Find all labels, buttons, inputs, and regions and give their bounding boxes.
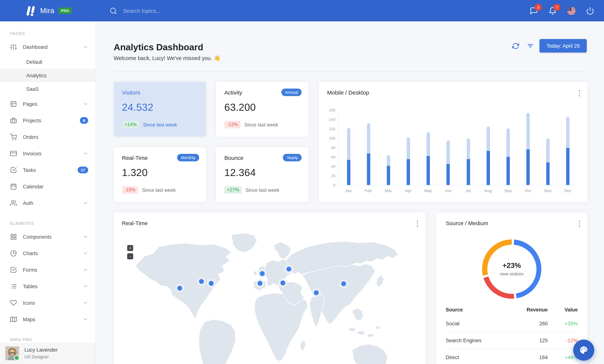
sidebar-item-tables[interactable]: Tables <box>0 278 96 295</box>
bar-feb <box>359 110 378 185</box>
language-flag-button[interactable] <box>567 7 576 15</box>
sidebar-item-pages[interactable]: Pages <box>0 96 96 112</box>
map-icon <box>10 316 17 323</box>
sidebar-item-dashboard[interactable]: Dashboard <box>0 39 96 55</box>
world-map[interactable]: + - <box>125 230 414 364</box>
sidebar-subitem-analytics[interactable]: Analytics <box>0 69 96 82</box>
avatar <box>5 346 19 360</box>
sidebar-item-projects[interactable]: Projects8 <box>0 112 96 129</box>
stat-period-badge[interactable]: Annual <box>281 88 302 96</box>
bar-dec <box>558 110 578 185</box>
source-table: SourceRevenueValueSocial260+35%Search En… <box>446 304 578 364</box>
page-title: Analytics Dashboard <box>114 42 203 52</box>
calendar-icon <box>10 183 17 190</box>
stat-delta-badge: -12% <box>224 121 240 128</box>
chart-title: Mobile / Desktop <box>327 89 579 96</box>
chevron-down-icon <box>83 300 88 305</box>
map-marker[interactable] <box>177 286 182 291</box>
sidebar-item-charts[interactable]: Charts <box>0 245 96 262</box>
map-zoom-out-button[interactable]: - <box>127 253 133 259</box>
chevron-down-icon <box>83 101 88 107</box>
source-donut-chart: +23% new visitors <box>482 239 541 299</box>
chevron-down-icon <box>83 201 88 206</box>
map-marker[interactable] <box>199 279 204 284</box>
notifications-button[interactable]: 7 <box>548 7 557 15</box>
activity-card: Activity Annual 63.200 -12% Since last w… <box>216 82 308 137</box>
bar-aug <box>478 110 498 185</box>
sidebar-item-calendar[interactable]: Calendar <box>0 178 96 195</box>
user-name: Lucy Lavender <box>24 347 58 353</box>
stat-note: Since last week <box>143 122 177 127</box>
chevron-down-icon <box>83 284 88 289</box>
logo[interactable]: Mira PRO <box>25 0 72 21</box>
stat-delta-badge: +14% <box>122 121 139 128</box>
map-marker[interactable] <box>314 290 318 295</box>
header-divider <box>114 71 588 72</box>
more-options-icon[interactable] <box>578 220 581 228</box>
stat-note: Since last week <box>142 187 176 193</box>
sidebar-item-forms[interactable]: Forms <box>0 262 96 278</box>
more-options-icon[interactable] <box>416 220 419 228</box>
power-icon <box>586 7 594 15</box>
sidebar-user[interactable]: Lucy Lavender UX Designer <box>0 343 96 364</box>
map-marker[interactable] <box>286 267 291 272</box>
map-marker[interactable] <box>280 280 285 285</box>
sidebar-item-components[interactable]: Components <box>0 228 96 245</box>
search-input[interactable] <box>122 7 221 14</box>
stat-note: Since last week <box>246 187 279 193</box>
realtime-stat-card: Real-Time Monthly 1.320 -18% Since last … <box>114 147 206 202</box>
sidebar-subitem-saas[interactable]: SaaS <box>0 82 96 96</box>
chevron-down-icon <box>83 267 88 272</box>
map-marker[interactable] <box>260 271 265 276</box>
sliders-icon <box>10 44 17 50</box>
more-options-icon[interactable] <box>578 89 581 97</box>
stat-period-badge[interactable]: Monthly <box>177 154 199 161</box>
bar-jun <box>438 110 458 185</box>
sidebar-item-maps[interactable]: Maps <box>0 311 96 327</box>
heart-icon <box>10 300 17 306</box>
stat-value: 1.320 <box>122 167 198 179</box>
stat-delta-badge: -18% <box>122 186 138 194</box>
bar-mar <box>378 110 398 185</box>
check-square-icon <box>10 266 17 273</box>
search-bar <box>110 0 221 21</box>
bar-chart-plot <box>338 110 578 185</box>
chevron-down-icon <box>83 151 88 156</box>
sidebar-item-orders[interactable]: Orders <box>0 129 96 145</box>
sidebar-subitem-default[interactable]: Default <box>0 55 96 69</box>
map-title: Real-Time <box>122 220 417 226</box>
source-medium-card: Source / Medium +23% new visitors Source… <box>436 213 588 364</box>
chevron-down-icon <box>83 234 88 239</box>
user-role: UX Designer <box>24 354 58 360</box>
palette-icon <box>579 345 589 355</box>
y-axis-labels: 020406080100120140160 <box>327 110 338 185</box>
bar-may <box>418 110 438 185</box>
logout-button[interactable] <box>586 7 594 15</box>
messages-button[interactable]: 3 <box>530 7 538 15</box>
sidebar-item-icons[interactable]: Icons <box>0 295 96 311</box>
source-medium-title: Source / Medium <box>446 220 578 226</box>
stat-period-badge[interactable]: Yearly <box>283 154 302 161</box>
sidebar-item-auth[interactable]: Auth <box>0 195 96 211</box>
map-marker[interactable] <box>341 281 346 286</box>
refresh-button[interactable] <box>512 42 519 50</box>
layout-icon <box>10 100 17 107</box>
check-square-icon <box>10 167 17 173</box>
search-icon <box>110 7 117 14</box>
sidebar-item-tasks[interactable]: Tasks17 <box>0 162 96 178</box>
visitors-card: Visitors 24.532 +14% Since last week <box>114 82 206 137</box>
bar-oct <box>518 110 538 185</box>
sidebar-item-invoices[interactable]: Invoices <box>0 145 96 162</box>
realtime-map-card: Real-Time + - <box>114 213 426 364</box>
map-marker[interactable] <box>258 281 263 286</box>
stat-value: 12.364 <box>224 167 300 179</box>
theme-settings-fab[interactable] <box>573 339 594 361</box>
stat-delta-badge: +27% <box>224 186 242 194</box>
date-range-button[interactable]: Today: April 29 <box>540 39 587 52</box>
map-marker[interactable] <box>209 281 214 286</box>
x-axis-labels: JanFebMarAprMayJunJulAugSepOctNovDec <box>338 188 579 193</box>
mobile-desktop-chart-card: Mobile / Desktop 020406080100120140160 J… <box>319 82 588 202</box>
map-zoom-in-button[interactable]: + <box>127 245 133 251</box>
pro-badge: PRO <box>59 8 72 14</box>
filter-button[interactable] <box>527 42 534 50</box>
